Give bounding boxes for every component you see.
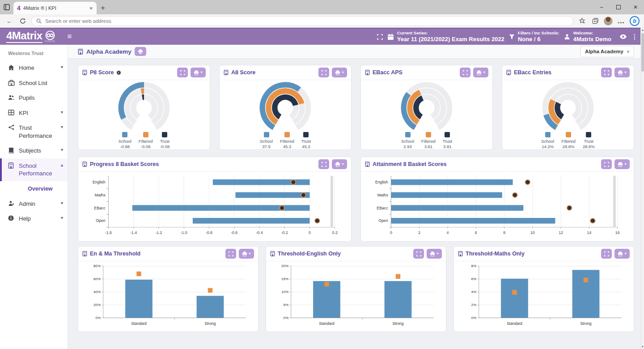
- profile-avatar[interactable]: [604, 17, 613, 26]
- print-button[interactable]: ▾: [614, 249, 630, 259]
- expand-button[interactable]: [318, 159, 329, 169]
- expand-button[interactable]: [601, 249, 612, 259]
- legend-item-school: School2.93: [401, 132, 414, 149]
- app-logo[interactable]: 4Matrix FUSION: [6, 30, 56, 43]
- card-body: School2.93Filtered3.81Trust3.81: [361, 80, 492, 150]
- sidebar-item-school-list[interactable]: School List: [0, 76, 68, 91]
- address-bar[interactable]: Search or enter web address: [31, 16, 573, 26]
- new-tab-button[interactable]: +: [97, 2, 109, 14]
- browser-tab[interactable]: 4 4Matrix ® | KPI ✕: [13, 2, 97, 14]
- svg-text:-1.4: -1.4: [130, 230, 137, 235]
- chevron-down-icon: ▾: [61, 200, 63, 206]
- refresh-button[interactable]: [18, 16, 28, 26]
- user-icon: [564, 34, 570, 40]
- svg-text:5%: 5%: [283, 303, 288, 307]
- caret-down-icon: ▾: [436, 252, 438, 255]
- favorites-icon[interactable]: [577, 16, 587, 26]
- browser-menu-icon[interactable]: …: [616, 16, 626, 26]
- fullscreen-icon[interactable]: [377, 34, 383, 40]
- legend-value: 3.81: [424, 144, 433, 149]
- caret-down-icon: ▾: [624, 162, 626, 166]
- pupils-icon: [8, 94, 15, 100]
- gauge-legend: School2.93Filtered3.81Trust3.81: [364, 132, 490, 149]
- window-minimize-button[interactable]: –: [593, 0, 610, 14]
- expand-button[interactable]: [225, 249, 236, 259]
- svg-text:6%: 6%: [471, 277, 476, 281]
- sidebar-item-admin[interactable]: Admin ▾: [0, 196, 68, 212]
- sidebar-item-help[interactable]: Help ▾: [0, 211, 68, 226]
- print-button[interactable]: ▾: [473, 68, 488, 77]
- sidebar-item-home[interactable]: Home ▾: [0, 60, 68, 76]
- main-content: Alpha Academy Alpha Academy ▾ P8 Scorei▾…: [68, 45, 644, 349]
- gauge-cards-row: P8 Scorei▾School-0.98Filtered-0.08Trust-…: [78, 65, 634, 150]
- tab-title: 4Matrix ® | KPI: [23, 5, 87, 11]
- gauge-chart: [364, 81, 490, 131]
- sidebar-item-trust-performance[interactable]: Trust Performance ▾: [0, 120, 68, 143]
- page-scrollbar[interactable]: ▲ ▼: [640, 28, 644, 349]
- print-button[interactable]: ▾: [427, 249, 442, 259]
- hbar-chart: 0246810121416EnglishMathsEBaccOpen: [364, 173, 631, 239]
- svg-text:Open: Open: [378, 218, 388, 223]
- print-button[interactable]: ▾: [332, 68, 347, 77]
- bar-open: [193, 218, 310, 224]
- sidebar-item-kpi[interactable]: KPI ▾: [0, 106, 68, 121]
- fullscreen-icon: [604, 162, 609, 167]
- expand-button[interactable]: [601, 159, 612, 169]
- tab-actions-icon[interactable]: [0, 0, 13, 14]
- home-icon: [8, 64, 15, 71]
- caret-down-icon: ▾: [342, 71, 343, 74]
- print-button[interactable]: ▾: [239, 249, 254, 259]
- caret-down-icon: ▾: [624, 71, 626, 74]
- sidebar-item-subjects[interactable]: Subjects ▾: [0, 143, 68, 158]
- legend-name: School: [541, 139, 554, 144]
- expand-button[interactable]: [318, 68, 329, 77]
- legend-swatch: [303, 132, 309, 137]
- svg-text:4%: 4%: [471, 290, 476, 294]
- print-button[interactable]: ▾: [332, 159, 347, 169]
- expand-button[interactable]: [460, 68, 470, 77]
- expand-button[interactable]: [413, 249, 424, 259]
- expand-button[interactable]: [177, 68, 188, 77]
- card-title: EBacc APS: [373, 69, 402, 76]
- chevron-down-icon: ▾: [627, 49, 629, 54]
- scroll-up-arrow[interactable]: ▲: [641, 28, 644, 32]
- scrollbar-thumb[interactable]: [641, 33, 644, 72]
- info-icon[interactable]: i: [117, 71, 121, 75]
- eye-icon[interactable]: [619, 34, 627, 39]
- print-button[interactable]: ▾: [191, 68, 206, 77]
- collections-icon[interactable]: [590, 16, 600, 26]
- expand-button[interactable]: [601, 68, 612, 77]
- app-header: 4Matrix FUSION ≡ Current Series: Year 11…: [0, 28, 644, 45]
- caret-down-icon: ▾: [483, 71, 485, 74]
- dot-open: [590, 218, 595, 223]
- hamburger-menu-icon[interactable]: ≡: [68, 32, 72, 41]
- window-maximize-button[interactable]: [610, 0, 627, 14]
- gauge-chart: [222, 81, 348, 131]
- svg-text:10%: 10%: [281, 290, 288, 294]
- caret-down-icon: ▾: [342, 162, 343, 166]
- scroll-down-arrow[interactable]: ▼: [641, 345, 644, 349]
- legend-value: 28.8%: [563, 144, 575, 149]
- sidebar-item-pupils[interactable]: Pupils: [0, 90, 68, 106]
- page-print-button[interactable]: [135, 47, 146, 56]
- svg-text:8%: 8%: [471, 264, 476, 268]
- chevron-down-icon: ▾: [61, 215, 63, 221]
- printer-icon: [476, 70, 482, 75]
- window-close-button[interactable]: ✕: [627, 0, 644, 14]
- print-button[interactable]: ▾: [614, 68, 630, 77]
- kebab-menu-icon[interactable]: ⋮: [631, 33, 638, 40]
- print-button[interactable]: ▾: [614, 159, 630, 169]
- legend-item-filtered: Filtered45.3: [280, 132, 294, 149]
- column-strong: [197, 296, 224, 318]
- sidebar-subitem-overview[interactable]: Overview: [0, 181, 68, 196]
- back-button[interactable]: ←: [4, 16, 14, 26]
- card-body: -1.6-1.4-1.2-1.0-0.8-0.6-0.4-0.200.2Engl…: [78, 172, 351, 241]
- school-selector-dropdown[interactable]: Alpha Academy ▾: [580, 46, 634, 57]
- card-title: Threshold-Maths Only: [466, 251, 525, 257]
- en-ma-threshold-card: En & Ma Threshold▾0%20%40%60%80%Standard…: [78, 246, 258, 332]
- copilot-icon[interactable]: b: [630, 16, 640, 26]
- tab-close-icon[interactable]: ✕: [89, 6, 93, 11]
- welcome-label: Welcome:: [573, 30, 611, 36]
- filter-funnel-icon[interactable]: [509, 34, 515, 40]
- sidebar-item-school-performance[interactable]: School Performance ▴: [0, 158, 68, 181]
